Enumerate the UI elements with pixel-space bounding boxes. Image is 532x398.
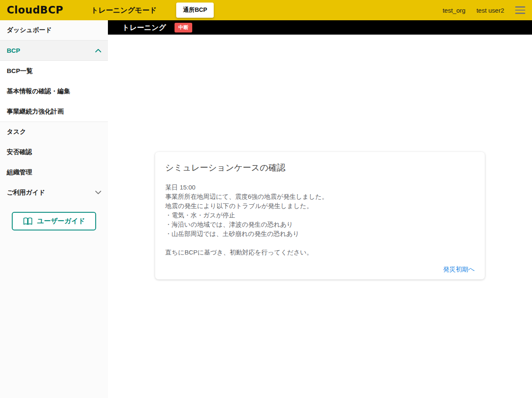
app-logo[interactable]: CloudBCP — [7, 4, 63, 16]
disaster-initial-phase-link[interactable]: 発災初期へ — [443, 265, 475, 273]
simulation-line — [165, 238, 475, 248]
sidebar-item-usage-guide[interactable]: ご利用ガイド — [0, 182, 108, 203]
simulation-card-title: シミュレーションケースの確認 — [165, 162, 475, 173]
main-content: トレーニング 中断 シミュレーションケースの確認 某日 15:00 事業所所在地… — [108, 0, 532, 398]
sidebar-item-tasks[interactable]: タスク — [0, 122, 108, 142]
sidebar: ダッシュボード BCP BCP一覧 基本情報の確認・編集 事業継続力強化計画 タ… — [0, 20, 108, 398]
app-header: CloudBCP トレーニングモード 通所BCP test_org test u… — [0, 0, 532, 20]
training-status-badge: 中断 — [175, 23, 192, 32]
simulation-card-body: 某日 15:00 事業所所在地周辺にて、震度6強の地震が発生しました。 地震の発… — [165, 183, 475, 257]
simulation-line: ・電気・水・ガスが停止 — [165, 211, 475, 220]
org-name: test_org — [443, 7, 465, 14]
book-icon — [23, 217, 33, 225]
sidebar-item-label: ダッシュボード — [7, 26, 52, 34]
chevron-down-icon — [95, 191, 101, 195]
sidebar-item-label: 組織管理 — [7, 168, 32, 176]
sidebar-item-label: 安否確認 — [7, 148, 32, 156]
user-guide-button[interactable]: ユーザーガイド — [12, 212, 96, 230]
simulation-case-card: シミュレーションケースの確認 某日 15:00 事業所所在地周辺にて、震度6強の… — [155, 152, 485, 279]
sidebar-item-dashboard[interactable]: ダッシュボード — [0, 20, 108, 41]
simulation-line: 地震の発生により以下のトラブルが発生しました。 — [165, 201, 475, 211]
sidebar-item-label: 事業継続力強化計画 — [7, 108, 64, 116]
user-guide-button-label: ユーザーガイド — [37, 217, 85, 226]
sidebar-item-safety-check[interactable]: 安否確認 — [0, 142, 108, 162]
hamburger-menu-icon[interactable] — [515, 6, 525, 14]
simulation-line: ・山岳部周辺では、土砂崩れの発生の恐れあり — [165, 229, 475, 238]
tsusho-bcp-button[interactable]: 通所BCP — [176, 3, 214, 18]
sidebar-item-label: ご利用ガイド — [7, 189, 45, 197]
simulation-line: ・海沿いの地域では、津波の発生の恐れあり — [165, 220, 475, 229]
sidebar-item-bcp-list[interactable]: BCP一覧 — [0, 61, 108, 81]
sidebar-item-label: BCP — [7, 47, 20, 54]
training-status-bar: トレーニング 中断 — [108, 20, 532, 35]
sidebar-item-basic-info[interactable]: 基本情報の確認・編集 — [0, 81, 108, 101]
training-mode-label: トレーニングモード — [91, 5, 157, 15]
sidebar-item-label: BCP一覧 — [7, 67, 33, 75]
sidebar-item-bcp[interactable]: BCP — [0, 41, 108, 61]
header-account-area: test_org test user2 — [443, 6, 525, 14]
sidebar-item-label: 基本情報の確認・編集 — [7, 87, 70, 95]
chevron-up-icon — [95, 49, 101, 52]
simulation-line: 某日 15:00 — [165, 183, 475, 192]
simulation-line: 直ちにBCPに基づき、初動対応を行ってください。 — [165, 248, 475, 257]
sidebar-item-label: タスク — [7, 128, 26, 136]
sidebar-item-org-management[interactable]: 組織管理 — [0, 162, 108, 182]
simulation-line: 事業所所在地周辺にて、震度6強の地震が発生しました。 — [165, 192, 475, 201]
simulation-card-footer: 発災初期へ — [165, 265, 475, 273]
sidebar-item-business-continuity-plan[interactable]: 事業継続力強化計画 — [0, 101, 108, 122]
training-bar-title: トレーニング — [122, 23, 166, 32]
user-name: test user2 — [476, 7, 504, 14]
